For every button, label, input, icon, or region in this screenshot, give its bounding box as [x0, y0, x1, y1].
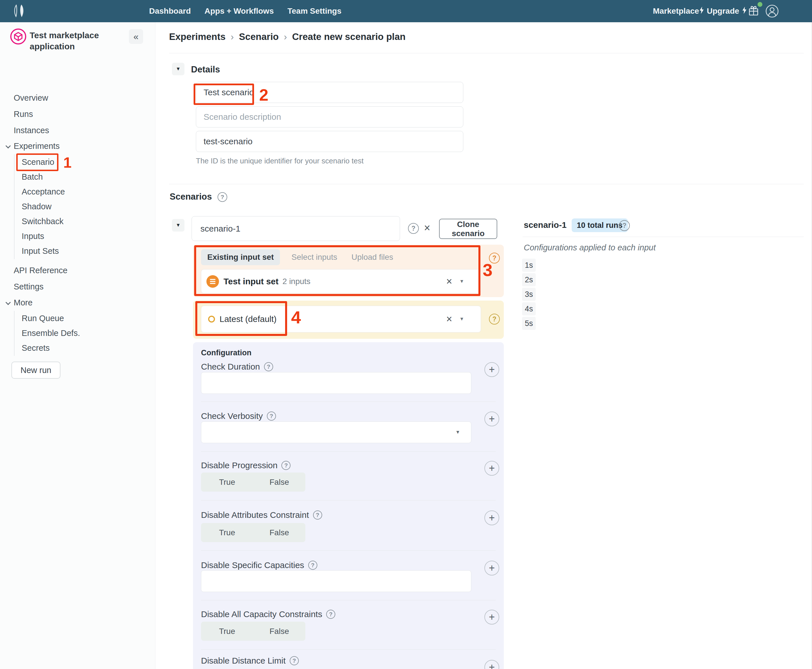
chevron-down-icon[interactable] — [5, 143, 10, 148]
option-false[interactable]: False — [253, 622, 305, 641]
disable-attributes-constraint-toggle: True False — [201, 523, 305, 542]
sidebar-item-ensemble-defs[interactable]: Ensemble Defs. — [22, 327, 80, 340]
clear-version-icon[interactable]: × — [446, 314, 452, 324]
disable-all-capacity-constraints-toggle: True False — [201, 622, 305, 641]
input-set-select-row[interactable]: Test input set 2 inputs × ▼ — [201, 269, 481, 293]
input-set-dropdown-caret[interactable]: ▼ — [459, 279, 464, 284]
nav-apps-workflows[interactable]: Apps + Workflows — [205, 7, 274, 16]
disable-attributes-constraint-help-icon[interactable]: ? — [313, 511, 322, 519]
summary-subtitle: Configurations applied to each input — [524, 243, 656, 252]
duration-badge: 2s — [522, 273, 536, 286]
scenario-name-input[interactable] — [196, 82, 463, 103]
tab-existing-input-set[interactable]: Existing input set — [201, 249, 280, 265]
sidebar-item-shadow[interactable]: Shadow — [22, 200, 52, 213]
scenario-id-helper-text: The ID is the unique identifier for your… — [196, 156, 364, 165]
disable-specific-capacities-label: Disable Specific Capacities ? — [201, 560, 317, 570]
option-true[interactable]: True — [201, 472, 253, 492]
version-help-icon[interactable]: ? — [489, 314, 500, 324]
sidebar-item-instances[interactable]: Instances — [14, 124, 49, 136]
select-caret-icon: ▼ — [455, 429, 460, 435]
sidebar-item-experiments[interactable]: Experiments — [14, 140, 60, 152]
sidebar-item-acceptance[interactable]: Acceptance — [22, 185, 65, 198]
scenario-collapse-toggle[interactable]: ▼ — [172, 219, 185, 232]
disable-distance-limit-add-button[interactable]: + — [485, 660, 499, 669]
nav-dashboard[interactable]: Dashboard — [149, 7, 191, 16]
brand-logo-icon[interactable] — [13, 4, 26, 20]
disable-distance-limit-label: Disable Distance Limit ? — [201, 656, 299, 666]
user-avatar[interactable] — [765, 0, 779, 22]
config-row-divider — [201, 500, 496, 501]
breadcrumb-scenario[interactable]: Scenario — [239, 31, 278, 42]
gift-button[interactable] — [747, 0, 760, 22]
subnav-guide-line — [14, 311, 15, 356]
disable-specific-capacities-help-icon[interactable]: ? — [308, 561, 317, 570]
check-duration-input[interactable] — [201, 372, 471, 394]
sidebar-item-api-reference[interactable]: API Reference — [14, 264, 67, 277]
disable-all-capacity-constraints-add-button[interactable]: + — [485, 610, 499, 625]
sidebar-item-batch[interactable]: Batch — [22, 171, 43, 183]
disable-progression-help-icon[interactable]: ? — [282, 461, 290, 470]
disable-progression-add-button[interactable]: + — [485, 461, 499, 476]
details-collapse-toggle[interactable]: ▼ — [172, 63, 185, 75]
check-duration-help-icon[interactable]: ? — [264, 362, 273, 371]
input-set-help-icon[interactable]: ? — [489, 253, 500, 264]
breadcrumb-experiments[interactable]: Experiments — [169, 31, 225, 42]
duration-badge: 4s — [522, 302, 536, 315]
disable-all-capacity-constraints-help-icon[interactable]: ? — [326, 610, 335, 619]
app-window: Dashboard Apps + Workflows Team Settings… — [0, 0, 812, 669]
sidebar-item-switchback[interactable]: Switchback — [22, 215, 64, 228]
upgrade-button[interactable]: Upgrade — [700, 0, 747, 22]
clone-scenario-button[interactable]: Clone scenario — [439, 219, 497, 239]
disable-progression-toggle: True False — [201, 472, 305, 492]
duration-badge: 3s — [522, 288, 536, 301]
sidebar-item-runs[interactable]: Runs — [14, 108, 33, 120]
option-true[interactable]: True — [201, 622, 253, 641]
sidebar-item-input-sets[interactable]: Input Sets — [22, 245, 59, 257]
disable-specific-capacities-input[interactable] — [201, 570, 471, 592]
option-true[interactable]: True — [201, 523, 253, 542]
lightning-icon — [700, 7, 704, 16]
top-navbar: Dashboard Apps + Workflows Team Settings… — [0, 0, 812, 22]
sidebar-item-settings[interactable]: Settings — [14, 280, 44, 293]
check-verbosity-label: Check Verbosity ? — [201, 411, 276, 421]
check-duration-label: Check Duration ? — [201, 362, 273, 371]
tab-select-inputs[interactable]: Select inputs — [289, 249, 340, 265]
input-set-meta: 2 inputs — [283, 277, 310, 286]
check-duration-add-button[interactable]: + — [485, 362, 499, 377]
disable-specific-capacities-add-button[interactable]: + — [485, 561, 499, 575]
check-verbosity-select[interactable]: ▼ — [201, 422, 471, 443]
app-cube-icon — [10, 28, 27, 46]
sidebar-item-inputs[interactable]: Inputs — [22, 230, 44, 242]
scenario-description-input[interactable] — [196, 106, 463, 128]
option-false[interactable]: False — [253, 523, 305, 542]
scenarios-help-icon[interactable]: ? — [218, 192, 227, 202]
disable-attributes-constraint-add-button[interactable]: + — [485, 511, 499, 525]
version-dropdown-caret[interactable]: ▼ — [459, 316, 464, 322]
new-run-button[interactable]: New run — [12, 361, 60, 379]
sidebar-item-overview[interactable]: Overview — [14, 92, 48, 104]
scenario-id-input[interactable] — [196, 131, 463, 152]
tab-upload-files[interactable]: Upload files — [349, 249, 396, 265]
clear-input-set-icon[interactable]: × — [446, 276, 452, 287]
main-content: Experiments › Scenario › Create new scen… — [155, 22, 812, 669]
sidebar-item-run-queue[interactable]: Run Queue — [22, 312, 64, 324]
total-runs-help-icon[interactable]: ? — [619, 220, 630, 231]
disable-distance-limit-help-icon[interactable]: ? — [290, 656, 299, 665]
check-verbosity-add-button[interactable]: + — [485, 412, 499, 426]
sidebar-item-scenario[interactable]: Scenario — [22, 156, 54, 168]
version-select-row[interactable]: Latest (default) × ▼ — [201, 306, 481, 333]
sidebar-collapse-button[interactable]: « — [129, 29, 143, 44]
option-false[interactable]: False — [253, 472, 305, 492]
nav-marketplace[interactable]: Marketplace — [653, 0, 699, 22]
input-source-tabs: Existing input set Select inputs Upload … — [201, 249, 396, 265]
nav-team-settings[interactable]: Team Settings — [287, 7, 341, 16]
sidebar-item-secrets[interactable]: Secrets — [22, 341, 50, 354]
configuration-title: Configuration — [201, 348, 252, 357]
version-name: Latest (default) — [220, 314, 277, 324]
check-verbosity-help-icon[interactable]: ? — [267, 412, 276, 420]
scenario-name-help-icon[interactable]: ? — [408, 223, 419, 234]
scenario-plan-name-input[interactable] — [191, 216, 400, 241]
sidebar-item-more[interactable]: More — [14, 296, 32, 309]
remove-scenario-icon[interactable]: × — [424, 222, 430, 233]
chevron-down-icon[interactable] — [5, 300, 10, 305]
